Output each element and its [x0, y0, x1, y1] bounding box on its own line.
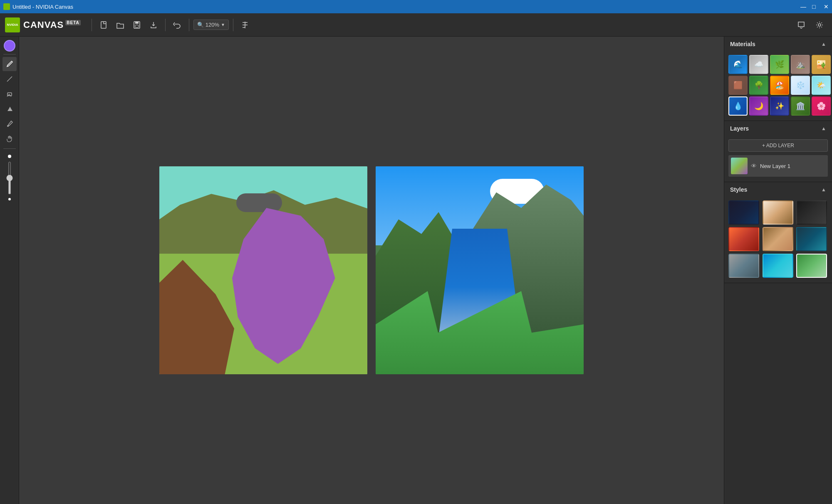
material-sand[interactable]: 🏜️ — [812, 55, 831, 74]
photo-canvas — [376, 166, 584, 374]
drawing-panel[interactable] — [159, 166, 367, 374]
app-title: CANVASBETA — [23, 20, 81, 30]
layers-header[interactable]: Layers ▲ — [724, 121, 832, 136]
cloud-segment — [236, 193, 282, 212]
layer-name: New Layer 1 — [760, 163, 825, 169]
material-pink[interactable]: 🌸 — [812, 96, 831, 116]
styles-header[interactable]: Styles ▲ — [724, 182, 832, 197]
style-item-6[interactable] — [796, 227, 827, 251]
toolbar-separator-3 — [189, 19, 189, 31]
zoom-dropdown-icon: ▼ — [221, 22, 225, 27]
app-logo: NVIDIA CANVASBETA — [5, 17, 81, 32]
toolbar-separator-2 — [165, 19, 166, 31]
toolbar-right — [794, 17, 827, 32]
photo-panel[interactable] — [376, 166, 584, 374]
toolbar-separator-4 — [233, 19, 233, 31]
minimize-button[interactable]: — — [798, 3, 805, 10]
zoom-icon: 🔍 — [197, 22, 204, 28]
svg-point-4 — [818, 24, 821, 26]
materials-title: Materials — [730, 41, 755, 47]
style-item-8[interactable] — [763, 254, 793, 278]
drawing-canvas[interactable] — [159, 166, 367, 374]
zoom-control[interactable]: 🔍 120% ▼ — [193, 20, 229, 30]
svg-line-5 — [7, 77, 12, 82]
material-water2-selected[interactable]: 💧 — [728, 96, 748, 116]
chat-button[interactable] — [794, 17, 809, 32]
titlebar-left: Untitled - NVIDIA Canvas — [3, 3, 73, 10]
brush-size-small — [8, 198, 11, 200]
material-grass[interactable]: 🌿 — [770, 55, 789, 74]
svg-rect-2 — [135, 22, 139, 24]
zoom-value: 120% — [206, 22, 219, 28]
tool-divider-1 — [3, 54, 16, 54]
svg-point-8 — [7, 125, 9, 127]
brush-tool[interactable] — [2, 57, 17, 71]
toolbar-separator-1 — [92, 19, 92, 31]
svg-rect-3 — [135, 25, 139, 27]
style-item-2[interactable] — [763, 200, 793, 225]
window-icon — [3, 3, 10, 10]
brush-size-large — [8, 155, 11, 158]
line-tool[interactable] — [2, 72, 17, 86]
hand-tool[interactable] — [2, 132, 17, 146]
materials-header[interactable]: Materials ▲ — [724, 37, 832, 52]
material-rock[interactable]: ⛰️ — [791, 55, 810, 74]
layers-section: Layers ▲ + ADD LAYER 👁 New Layer 1 — [724, 121, 832, 182]
brush-size-slider[interactable] — [8, 161, 11, 195]
new-button[interactable] — [96, 17, 111, 32]
close-button[interactable]: ✕ — [821, 3, 829, 10]
window-title: Untitled - NVIDIA Canvas — [12, 4, 73, 10]
layer-thumbnail — [731, 158, 748, 174]
layers-collapse-icon: ▲ — [821, 126, 826, 131]
materials-collapse-icon: ▲ — [821, 41, 826, 47]
settings-button[interactable] — [812, 17, 827, 32]
style-item-3[interactable] — [796, 200, 827, 225]
layer-visibility-icon[interactable]: 👁 — [751, 163, 757, 169]
tool-divider-2 — [3, 148, 16, 149]
layers-title: Layers — [730, 125, 749, 132]
layers-content: + ADD LAYER 👁 New Layer 1 — [724, 136, 832, 182]
compare-button[interactable] — [238, 17, 253, 32]
material-dirt[interactable]: 🟫 — [728, 76, 748, 95]
style-item-5[interactable] — [763, 227, 793, 251]
maximize-button[interactable]: □ — [810, 3, 817, 10]
material-tree[interactable]: 🌳 — [749, 76, 768, 95]
left-toolbar — [0, 37, 19, 504]
material-water[interactable]: 🌊 — [728, 55, 748, 74]
eyedropper-tool[interactable] — [2, 117, 17, 131]
fill-tool[interactable] — [2, 102, 17, 116]
material-sky[interactable]: 🌤️ — [812, 76, 831, 95]
material-sparkle[interactable]: ✨ — [770, 96, 789, 116]
materials-section: Materials ▲ 🌊 ☁️ 🌿 ⛰️ 🏜️ — [724, 37, 832, 121]
style-item-1[interactable] — [728, 200, 759, 225]
toolbar: NVIDIA CANVASBETA 🔍 120% ▼ — [0, 13, 832, 37]
material-temple[interactable]: 🏛️ — [791, 96, 810, 116]
eraser-tool[interactable] — [2, 87, 17, 101]
undo-button[interactable] — [170, 17, 185, 32]
nvidia-logo: NVIDIA — [5, 17, 20, 32]
window-controls: — □ ✕ — [798, 3, 829, 10]
material-cloud[interactable]: ☁️ — [749, 55, 768, 74]
save-button[interactable] — [129, 17, 144, 32]
main-layout: Materials ▲ 🌊 ☁️ 🌿 ⛰️ 🏜️ — [0, 37, 832, 504]
material-beach[interactable]: 🏖️ — [770, 76, 789, 95]
open-button[interactable] — [113, 17, 128, 32]
add-layer-button[interactable]: + ADD LAYER — [728, 139, 828, 152]
color-swatch[interactable] — [4, 40, 15, 52]
style-item-7[interactable] — [728, 254, 759, 278]
materials-grid: 🌊 ☁️ 🌿 ⛰️ 🏜️ 🟫 🌳 — [724, 52, 832, 121]
right-panel: Materials ▲ 🌊 ☁️ 🌿 ⛰️ 🏜️ — [724, 37, 832, 504]
styles-section: Styles ▲ — [724, 182, 832, 283]
styles-grid — [724, 197, 832, 283]
styles-collapse-icon: ▲ — [821, 187, 826, 193]
layer-item[interactable]: 👁 New Layer 1 — [728, 155, 828, 177]
size-slider-container — [8, 155, 11, 200]
material-snow[interactable]: ❄️ — [791, 76, 810, 95]
styles-title: Styles — [730, 186, 747, 193]
style-item-4[interactable] — [728, 227, 759, 251]
export-button[interactable] — [146, 17, 161, 32]
layer-thumb-inner — [731, 158, 748, 174]
canvas-area — [19, 37, 724, 504]
material-purple[interactable]: 🌙 — [749, 96, 768, 116]
style-item-9[interactable] — [796, 254, 827, 278]
